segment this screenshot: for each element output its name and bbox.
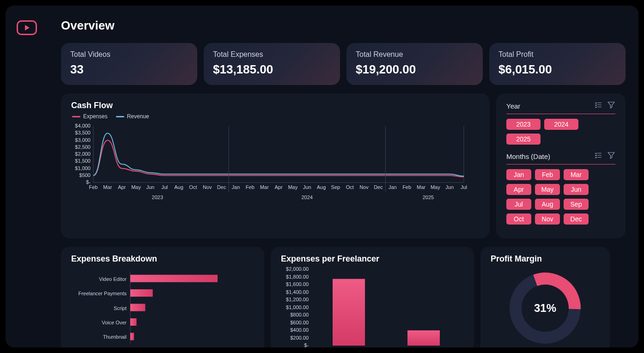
kpi-value: $13,185.00: [213, 62, 331, 77]
month-chip-jan[interactable]: Jan: [506, 169, 531, 180]
filter-icon[interactable]: [607, 101, 615, 111]
youtube-icon[interactable]: [17, 20, 37, 35]
svg-rect-45: [130, 275, 218, 282]
chart-title: Cash Flow: [71, 101, 480, 110]
svg-text:2025: 2025: [423, 195, 434, 200]
svg-text:$500: $500: [79, 172, 91, 178]
svg-rect-72: [333, 279, 365, 346]
svg-text:Feb: Feb: [89, 184, 98, 190]
svg-text:$200.00: $200.00: [290, 335, 309, 341]
svg-rect-49: [130, 304, 145, 311]
year-chip-2025[interactable]: 2025: [506, 134, 541, 145]
svg-text:Jun: Jun: [303, 184, 311, 190]
month-chip-jul[interactable]: Jul: [506, 199, 531, 210]
svg-text:Sep: Sep: [331, 184, 340, 190]
svg-text:Feb: Feb: [246, 184, 255, 190]
svg-text:Script: Script: [114, 305, 127, 311]
year-filter: Year 202320242025: [506, 101, 615, 145]
svg-text:Oct: Oct: [189, 184, 197, 190]
month-chip-feb[interactable]: Feb: [535, 169, 560, 180]
svg-text:Thumbnail: Thumbnail: [103, 334, 127, 340]
kpi-label: Total Profit: [498, 50, 616, 59]
kpi-label: Total Videos: [70, 50, 188, 59]
chart-title: Expenses per Freelancer: [281, 254, 464, 264]
year-chip-2023[interactable]: 2023: [506, 119, 541, 130]
perfreelancer-chart[interactable]: $-$200.00$400.00$600.00$800.00$1,000.00$…: [281, 267, 470, 347]
svg-text:$1,000.00: $1,000.00: [286, 304, 309, 310]
month-chip-dec[interactable]: Dec: [564, 213, 589, 225]
svg-text:Feb: Feb: [402, 184, 411, 190]
svg-text:$3,000: $3,000: [75, 137, 91, 143]
breakdown-chart[interactable]: Video EditorFreelancer PaymentsScriptVoi…: [71, 267, 261, 347]
svg-text:May: May: [431, 184, 440, 190]
svg-text:$4,000: $4,000: [75, 123, 91, 128]
svg-text:$800.00: $800.00: [290, 312, 309, 317]
svg-text:Mar: Mar: [417, 184, 425, 190]
filter-title: Year: [506, 102, 520, 110]
svg-text:Jan: Jan: [389, 184, 397, 190]
svg-text:Jun: Jun: [445, 184, 454, 190]
kpi-label: Total Revenue: [356, 50, 474, 59]
month-chip-jun[interactable]: Jun: [564, 184, 589, 195]
svg-text:Video Editor: Video Editor: [99, 276, 127, 282]
svg-rect-53: [130, 333, 134, 340]
svg-text:$1,200.00: $1,200.00: [286, 297, 309, 302]
legend-revenue: Revenue: [116, 113, 149, 120]
year-chip-2024[interactable]: 2024: [544, 119, 578, 130]
svg-text:Jul: Jul: [461, 184, 467, 190]
svg-text:Oct: Oct: [346, 184, 354, 190]
svg-text:Voice Over: Voice Over: [102, 320, 127, 325]
month-chip-apr[interactable]: Apr: [506, 184, 531, 195]
svg-text:Aug: Aug: [317, 184, 326, 190]
svg-text:Nov: Nov: [359, 184, 369, 190]
checklist-icon[interactable]: [594, 151, 602, 161]
kpi-total-expenses: Total Expenses $13,185.00: [204, 43, 340, 85]
page-title: Overview: [61, 18, 626, 33]
svg-text:$2,500: $2,500: [75, 144, 91, 150]
svg-rect-47: [130, 289, 153, 297]
cashflow-chart[interactable]: $-$500$1,000$1,500$2,000$2,500$3,000$3,5…: [71, 122, 468, 206]
kpi-value: $6,015.00: [498, 62, 616, 77]
profit-card: Profit Margin 31%: [480, 247, 610, 347]
svg-text:Dec: Dec: [217, 184, 226, 190]
kpi-total-profit: Total Profit $6,015.00: [489, 43, 626, 85]
svg-text:Dec: Dec: [374, 184, 383, 190]
month-chip-nov[interactable]: Nov: [535, 213, 560, 225]
month-chip-oct[interactable]: Oct: [506, 213, 531, 225]
svg-rect-74: [407, 330, 440, 346]
svg-text:$1,400.00: $1,400.00: [286, 289, 309, 295]
svg-text:Jul: Jul: [161, 184, 168, 190]
month-chip-aug[interactable]: Aug: [535, 199, 560, 210]
main-content: Overview Total Videos 33 Total Expenses …: [48, 6, 638, 347]
month-chip-may[interactable]: May: [535, 184, 560, 195]
svg-text:May: May: [131, 184, 141, 190]
checklist-icon[interactable]: [594, 101, 602, 111]
svg-text:Aug: Aug: [174, 184, 183, 190]
svg-text:2023: 2023: [152, 195, 163, 200]
kpi-value: 33: [70, 62, 188, 77]
svg-text:$1,000: $1,000: [75, 165, 91, 171]
month-chip-sep[interactable]: Sep: [564, 199, 589, 210]
filters-panel: Year 202320242025 Months (Date): [496, 93, 626, 238]
profit-value: 31%: [534, 302, 556, 315]
sidebar: [6, 6, 48, 347]
months-filter: Months (Date) JanFebMarAprMayJunJulAugSe…: [506, 151, 615, 225]
kpi-label: Total Expenses: [213, 50, 331, 59]
svg-text:$3,500: $3,500: [75, 130, 91, 135]
svg-text:Freelancer Payments: Freelancer Payments: [78, 291, 127, 296]
svg-text:$1,600.00: $1,600.00: [286, 281, 309, 287]
svg-text:$600.00: $600.00: [290, 320, 309, 325]
legend-expenses: Expenses: [72, 113, 108, 120]
filter-title: Months (Date): [506, 152, 550, 160]
kpi-value: $19,200.00: [356, 62, 474, 77]
month-chip-mar[interactable]: Mar: [564, 169, 589, 180]
svg-text:Jan: Jan: [232, 184, 240, 190]
svg-text:$1,500: $1,500: [75, 158, 91, 164]
kpi-total-revenue: Total Revenue $19,200.00: [346, 43, 483, 85]
chart-title: Profit Margin: [491, 254, 600, 264]
svg-text:$400.00: $400.00: [290, 327, 309, 333]
filter-icon[interactable]: [607, 151, 615, 161]
svg-text:$-: $-: [304, 342, 309, 347]
kpi-row: Total Videos 33 Total Expenses $13,185.0…: [61, 43, 626, 85]
svg-text:$1,800.00: $1,800.00: [286, 274, 309, 280]
